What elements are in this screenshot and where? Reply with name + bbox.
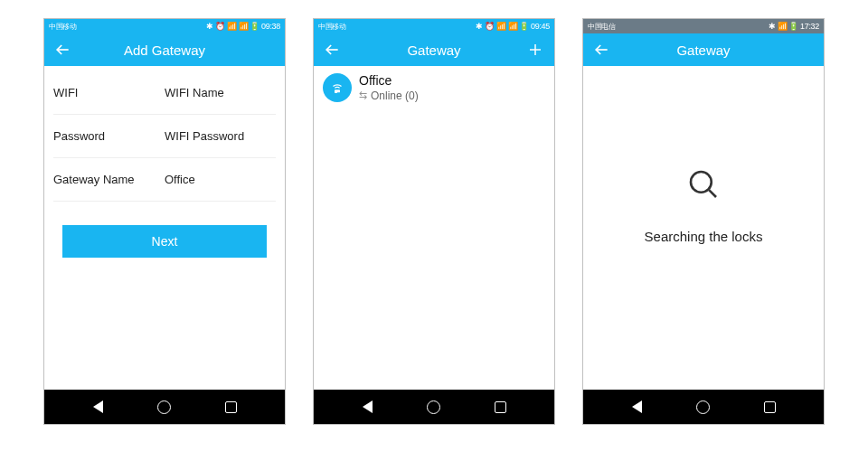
phone-searching-locks: 中国电信 ✱ 📶 🔋 17:32 Gateway Searching the l… xyxy=(582,18,825,425)
circle-home-icon xyxy=(157,400,171,414)
phone-add-gateway: 中国移动 ✱ ⏰ 📶 📶 🔋 09:38 Add Gateway WIFI WI… xyxy=(43,18,286,425)
content-area: Searching the locks xyxy=(583,66,824,390)
header-title: Gateway xyxy=(583,42,824,58)
search-icon xyxy=(684,165,722,203)
header: Gateway xyxy=(583,33,824,66)
battery-icon: 🔋 xyxy=(250,23,259,31)
nav-home-button[interactable] xyxy=(427,400,440,414)
status-time: 09:38 xyxy=(261,22,280,31)
status-right: ✱ ⏰ 📶 📶 🔋 09:45 xyxy=(476,22,550,31)
status-carrier: 中国电信 xyxy=(588,22,616,32)
nav-recent-button[interactable] xyxy=(495,401,506,413)
svg-point-2 xyxy=(691,172,712,193)
gateway-item-text: Office ⇆ Online (0) xyxy=(359,73,419,103)
header: Add Gateway xyxy=(44,33,285,66)
signal-icon: 📶 xyxy=(239,23,249,31)
status-bar: 中国电信 ✱ 📶 🔋 17:32 xyxy=(583,19,824,33)
wifi-icon: 📶 xyxy=(496,23,506,31)
circle-home-icon xyxy=(427,400,440,414)
status-time: 17:32 xyxy=(800,22,819,31)
nav-recent-button[interactable] xyxy=(225,401,237,413)
triangle-back-icon xyxy=(363,400,373,413)
gateway-name-row[interactable]: Gateway Name Office xyxy=(53,158,276,202)
next-button[interactable]: Next xyxy=(62,225,267,258)
status-right: ✱ ⏰ 📶 📶 🔋 09:38 xyxy=(206,22,280,31)
battery-icon: 🔋 xyxy=(519,23,529,31)
status-time: 09:45 xyxy=(531,22,550,31)
back-button[interactable] xyxy=(592,33,610,66)
android-nav-bar xyxy=(583,390,824,424)
content-area: Office ⇆ Online (0) xyxy=(314,66,554,390)
back-button[interactable] xyxy=(53,33,71,66)
gateway-item-status: Online (0) xyxy=(371,89,419,103)
nav-back-button[interactable] xyxy=(363,400,373,413)
status-bar: 中国移动 ✱ ⏰ 📶 📶 🔋 09:38 xyxy=(44,19,285,33)
alarm-icon: ⏰ xyxy=(215,23,225,31)
header-title: Add Gateway xyxy=(44,42,285,58)
nav-home-button[interactable] xyxy=(696,400,710,414)
triangle-back-icon xyxy=(93,400,103,413)
status-right: ✱ 📶 🔋 17:32 xyxy=(769,22,819,31)
nav-home-button[interactable] xyxy=(157,400,171,414)
gateway-name-value: Office xyxy=(165,173,276,186)
header-title: Gateway xyxy=(314,42,554,58)
status-carrier: 中国移动 xyxy=(318,22,346,32)
wifi-label: WIFI xyxy=(53,86,165,99)
sync-icon: ⇆ xyxy=(359,89,367,102)
password-row[interactable]: Password WIFI Password xyxy=(53,115,276,158)
password-label: Password xyxy=(53,129,165,143)
bluetooth-icon: ✱ xyxy=(206,23,213,31)
bluetooth-icon: ✱ xyxy=(476,23,483,31)
triangle-back-icon xyxy=(632,400,642,413)
bluetooth-icon: ✱ xyxy=(769,23,776,31)
square-recent-icon xyxy=(764,401,776,413)
gateway-icon xyxy=(323,73,352,102)
android-nav-bar xyxy=(44,390,285,424)
nav-recent-button[interactable] xyxy=(764,401,776,413)
signal-icon: 📶 xyxy=(508,23,518,31)
wifi-row[interactable]: WIFI WIFI Name xyxy=(53,71,276,115)
signal-icon: 📶 xyxy=(778,23,788,31)
gateway-item-name: Office xyxy=(359,73,419,89)
password-value: WIFI Password xyxy=(165,129,276,143)
square-recent-icon xyxy=(495,401,506,413)
svg-rect-1 xyxy=(337,93,340,94)
circle-home-icon xyxy=(696,400,710,414)
content-area: WIFI WIFI Name Password WIFI Password Ga… xyxy=(44,66,285,390)
square-recent-icon xyxy=(225,401,237,413)
alarm-icon: ⏰ xyxy=(485,23,495,31)
gateway-list-item[interactable]: Office ⇆ Online (0) xyxy=(314,66,554,110)
nav-back-button[interactable] xyxy=(93,400,103,413)
header: Gateway xyxy=(314,33,554,66)
gateway-name-label: Gateway Name xyxy=(53,173,165,186)
searching-text: Searching the locks xyxy=(645,229,763,244)
status-carrier: 中国移动 xyxy=(49,22,77,32)
wifi-icon: 📶 xyxy=(227,23,237,31)
battery-icon: 🔋 xyxy=(788,23,798,31)
back-button[interactable] xyxy=(323,33,341,66)
add-gateway-button[interactable] xyxy=(527,33,543,66)
wifi-value: WIFI Name xyxy=(165,86,276,99)
android-nav-bar xyxy=(314,390,554,424)
phone-gateway-list: 中国移动 ✱ ⏰ 📶 📶 🔋 09:45 Gateway xyxy=(313,18,555,425)
nav-back-button[interactable] xyxy=(632,400,642,413)
status-bar: 中国移动 ✱ ⏰ 📶 📶 🔋 09:45 xyxy=(314,19,554,33)
